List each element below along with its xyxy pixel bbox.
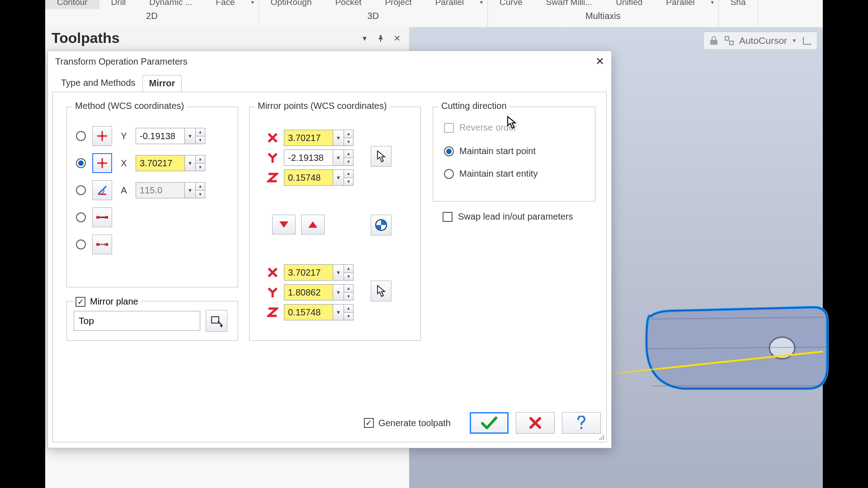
method-radio-2pts[interactable] — [76, 239, 86, 249]
ribbon-tab[interactable]: Unified — [604, 0, 654, 9]
ribbon-tab[interactable]: Face — [204, 0, 246, 9]
mirror-plane-checkbox[interactable]: ✓ — [75, 297, 85, 307]
maintain-point-row[interactable]: Maintain start point — [444, 146, 536, 156]
mp2-y-up[interactable]: ▲ — [344, 284, 354, 292]
mp2-x-input[interactable] — [284, 264, 333, 281]
mp1-x-up[interactable]: ▲ — [344, 130, 354, 138]
method-y-input[interactable] — [136, 128, 184, 144]
mp1-z-dd[interactable]: ▼ — [333, 169, 344, 186]
mp1-x-dn[interactable]: ▼ — [344, 138, 354, 146]
maintain-point-radio[interactable] — [444, 146, 454, 156]
mp1-y-dn[interactable]: ▼ — [344, 158, 354, 166]
ribbon-tab[interactable]: Curve — [488, 0, 534, 9]
generate-toolpath-checkbox[interactable]: ✓ — [364, 418, 374, 428]
mirror-plane-input[interactable] — [74, 311, 200, 331]
help-button[interactable] — [562, 412, 601, 434]
method-radio-line[interactable] — [76, 212, 86, 222]
ribbon-tab[interactable]: Swarf Milli... — [534, 0, 604, 9]
method-a-down-icon[interactable]: ▼ — [195, 190, 205, 199]
autocursor-dd-icon[interactable]: ▼ — [792, 38, 797, 44]
method-a-dd-icon[interactable]: ▼ — [184, 182, 195, 198]
dialog-close-button[interactable]: ✕ — [592, 54, 608, 69]
ribbon-tab[interactable]: OptiRough — [259, 0, 324, 9]
tab-mirror[interactable]: Mirror — [142, 75, 182, 92]
panel-dropdown-icon[interactable]: ▾ — [359, 33, 370, 44]
ribbon-tab[interactable]: Drill — [99, 0, 138, 9]
panel-pin-icon[interactable] — [375, 33, 387, 44]
mp2-z-input[interactable] — [284, 304, 333, 320]
mp2-y-spinner[interactable]: ▼▲▼ — [284, 284, 354, 300]
method-icon-2pts[interactable] — [92, 235, 112, 254]
swap-up-button[interactable] — [301, 215, 325, 235]
mp1-z-input[interactable] — [284, 169, 333, 186]
ribbon-group-dd-icon[interactable]: ▼ — [707, 0, 718, 9]
mp1-x-dd[interactable]: ▼ — [333, 130, 344, 146]
method-radio-a[interactable] — [76, 185, 86, 195]
method-y-down-icon[interactable]: ▼ — [195, 136, 205, 145]
maintain-entity-row[interactable]: Maintain start entity — [444, 169, 538, 179]
mp2-x-spinner[interactable]: ▼▲▼ — [284, 264, 354, 281]
swap-lead-checkbox[interactable]: ✓ — [443, 212, 453, 222]
generate-toolpath-row[interactable]: ✓ Generate toolpath — [364, 418, 451, 428]
swap-down-button[interactable] — [272, 215, 296, 235]
mp1-z-spinner[interactable]: ▼▲▼ — [284, 169, 354, 186]
target-center-button[interactable] — [371, 215, 392, 235]
mirror-plane-checkbox-row[interactable]: ✓ Mirror plane — [73, 296, 141, 307]
method-radio-y[interactable] — [76, 131, 86, 141]
mp1-z-dn[interactable]: ▼ — [344, 178, 354, 186]
mirror-plane-pick-button[interactable] — [206, 310, 227, 332]
mp2-z-spinner[interactable]: ▼▲▼ — [284, 304, 354, 320]
ribbon-group-dd-icon[interactable]: ▼ — [247, 0, 259, 9]
swap-lead-row[interactable]: ✓ Swap lead in/out parameters — [443, 211, 573, 222]
ribbon-tab[interactable]: Contour — [45, 0, 99, 9]
ribbon-group-dd-icon[interactable]: ▼ — [476, 0, 487, 9]
mp1-pick-button[interactable] — [371, 146, 392, 167]
method-x-spinner[interactable]: ▼ ▲▼ — [136, 155, 205, 171]
method-x-up-icon[interactable]: ▲ — [195, 155, 205, 163]
method-icon-x[interactable] — [92, 153, 112, 173]
mp2-y-input[interactable] — [284, 284, 333, 300]
mp2-y-dd[interactable]: ▼ — [333, 284, 344, 300]
ribbon-tab[interactable]: Sha — [719, 0, 758, 9]
method-y-spinner[interactable]: ▼ ▲▼ — [136, 128, 205, 144]
mp1-y-up[interactable]: ▲ — [344, 150, 354, 158]
axes-icon[interactable] — [802, 35, 812, 46]
mp2-x-up[interactable]: ▲ — [344, 264, 354, 272]
mp2-z-dd[interactable]: ▼ — [333, 304, 344, 320]
ribbon-tab[interactable]: Parallel — [654, 0, 706, 9]
ok-button[interactable] — [470, 412, 509, 434]
mp2-pick-button[interactable] — [371, 281, 392, 301]
method-a-up-icon[interactable]: ▲ — [195, 182, 205, 190]
method-icon-y[interactable] — [92, 126, 112, 146]
mp1-y-input[interactable] — [284, 150, 333, 166]
ribbon-tab[interactable]: Dynamic ... — [137, 0, 204, 9]
maintain-entity-radio[interactable] — [444, 169, 454, 179]
cancel-button[interactable] — [516, 412, 555, 434]
mp1-x-input[interactable] — [284, 130, 333, 146]
mp1-x-spinner[interactable]: ▼▲▼ — [284, 130, 354, 146]
tab-type-methods[interactable]: Type and Methods — [54, 75, 142, 92]
ribbon-tab[interactable]: Parallel — [424, 0, 476, 9]
mp2-z-up[interactable]: ▲ — [344, 304, 354, 312]
method-radio-x[interactable] — [76, 158, 86, 168]
method-y-up-icon[interactable]: ▲ — [195, 128, 205, 136]
mp1-y-spinner[interactable]: ▼▲▼ — [284, 150, 354, 166]
method-y-dd-icon[interactable]: ▼ — [184, 128, 195, 144]
mp2-x-dn[interactable]: ▼ — [344, 272, 354, 281]
ribbon-tab[interactable]: Project — [373, 0, 424, 9]
method-icon-line[interactable] — [92, 207, 112, 227]
panel-close-icon[interactable]: ✕ — [391, 33, 403, 44]
ribbon-tab[interactable]: Pocket — [323, 0, 373, 9]
mp2-z-dn[interactable]: ▼ — [344, 312, 354, 321]
mp1-z-up[interactable]: ▲ — [344, 169, 354, 178]
method-x-down-icon[interactable]: ▼ — [195, 163, 205, 172]
method-x-input[interactable] — [136, 155, 184, 171]
mp2-y-dn[interactable]: ▼ — [344, 292, 354, 301]
method-a-spinner[interactable]: ▼ ▲▼ — [136, 182, 205, 198]
resize-grip-icon[interactable] — [598, 433, 605, 441]
method-x-dd-icon[interactable]: ▼ — [184, 155, 195, 171]
mp1-y-dd[interactable]: ▼ — [333, 150, 344, 166]
autocursor-toolbar[interactable]: AutoCursor ▼ — [703, 32, 817, 50]
mp2-x-dd[interactable]: ▼ — [333, 264, 344, 281]
method-icon-angle[interactable] — [92, 180, 112, 200]
